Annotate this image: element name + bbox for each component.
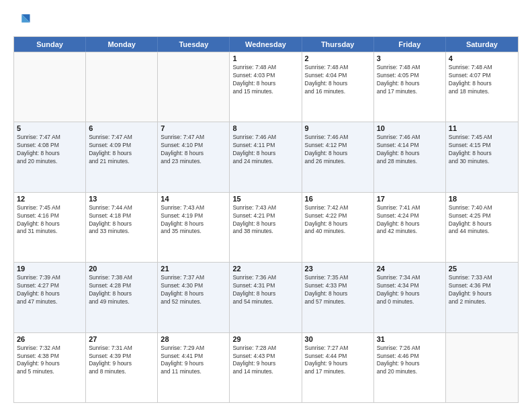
day-number: 8	[232, 124, 298, 132]
day-number: 7	[161, 124, 226, 132]
day-info: Sunrise: 7:48 AM Sunset: 4:03 PM Dayligh…	[232, 64, 298, 96]
calendar-cell: 29Sunrise: 7:28 AM Sunset: 4:43 PM Dayli…	[230, 333, 302, 402]
calendar-cell: 5Sunrise: 7:47 AM Sunset: 4:08 PM Daylig…	[14, 122, 86, 191]
calendar-header-day: Sunday	[14, 37, 86, 52]
calendar-cell: 17Sunrise: 7:41 AM Sunset: 4:24 PM Dayli…	[374, 193, 446, 262]
day-number: 18	[449, 195, 515, 203]
day-number: 2	[305, 54, 371, 62]
day-number: 22	[232, 265, 298, 273]
day-info: Sunrise: 7:36 AM Sunset: 4:31 PM Dayligh…	[232, 274, 298, 306]
calendar-row: 1Sunrise: 7:48 AM Sunset: 4:03 PM Daylig…	[14, 52, 518, 122]
calendar-cell: 4Sunrise: 7:48 AM Sunset: 4:07 PM Daylig…	[446, 52, 518, 122]
calendar-cell: 3Sunrise: 7:48 AM Sunset: 4:05 PM Daylig…	[374, 52, 446, 122]
day-info: Sunrise: 7:46 AM Sunset: 4:12 PM Dayligh…	[305, 134, 371, 166]
calendar-cell: 19Sunrise: 7:39 AM Sunset: 4:27 PM Dayli…	[14, 263, 86, 332]
day-number: 29	[232, 335, 298, 343]
day-number: 10	[377, 124, 443, 132]
day-number: 3	[377, 54, 443, 62]
day-info: Sunrise: 7:46 AM Sunset: 4:11 PM Dayligh…	[232, 134, 298, 166]
calendar-cell: 1Sunrise: 7:48 AM Sunset: 4:03 PM Daylig…	[230, 52, 302, 122]
calendar-row: 12Sunrise: 7:45 AM Sunset: 4:16 PM Dayli…	[14, 192, 518, 262]
calendar-cell: 16Sunrise: 7:42 AM Sunset: 4:22 PM Dayli…	[302, 193, 374, 262]
calendar-cell: 23Sunrise: 7:35 AM Sunset: 4:33 PM Dayli…	[302, 263, 374, 332]
calendar-header: SundayMondayTuesdayWednesdayThursdayFrid…	[14, 37, 518, 52]
calendar-cell: 6Sunrise: 7:47 AM Sunset: 4:09 PM Daylig…	[86, 122, 158, 191]
calendar-row: 26Sunrise: 7:32 AM Sunset: 4:38 PM Dayli…	[14, 332, 518, 402]
day-number: 6	[89, 124, 154, 132]
day-info: Sunrise: 7:26 AM Sunset: 4:46 PM Dayligh…	[377, 345, 443, 377]
day-info: Sunrise: 7:27 AM Sunset: 4:44 PM Dayligh…	[305, 345, 371, 377]
calendar-cell: 22Sunrise: 7:36 AM Sunset: 4:31 PM Dayli…	[230, 263, 302, 332]
calendar-header-day: Friday	[374, 37, 446, 52]
day-number: 27	[89, 335, 154, 343]
day-number: 23	[305, 265, 371, 273]
calendar-cell: 7Sunrise: 7:47 AM Sunset: 4:10 PM Daylig…	[158, 122, 230, 191]
day-info: Sunrise: 7:43 AM Sunset: 4:19 PM Dayligh…	[161, 204, 226, 236]
calendar-cell: 18Sunrise: 7:40 AM Sunset: 4:25 PM Dayli…	[446, 193, 518, 262]
calendar-cell	[14, 52, 86, 122]
day-info: Sunrise: 7:28 AM Sunset: 4:43 PM Dayligh…	[232, 345, 298, 377]
calendar-cell: 26Sunrise: 7:32 AM Sunset: 4:38 PM Dayli…	[14, 333, 86, 402]
calendar-cell: 24Sunrise: 7:34 AM Sunset: 4:34 PM Dayli…	[374, 263, 446, 332]
day-info: Sunrise: 7:47 AM Sunset: 4:10 PM Dayligh…	[161, 134, 226, 166]
calendar-cell: 10Sunrise: 7:46 AM Sunset: 4:14 PM Dayli…	[374, 122, 446, 191]
logo-icon	[13, 11, 32, 30]
day-number: 24	[377, 265, 443, 273]
calendar-cell: 9Sunrise: 7:46 AM Sunset: 4:12 PM Daylig…	[302, 122, 374, 191]
day-info: Sunrise: 7:40 AM Sunset: 4:25 PM Dayligh…	[449, 204, 515, 236]
calendar-header-day: Monday	[86, 37, 158, 52]
calendar-row: 19Sunrise: 7:39 AM Sunset: 4:27 PM Dayli…	[14, 262, 518, 332]
day-number: 20	[89, 265, 154, 273]
header	[13, 11, 519, 30]
day-info: Sunrise: 7:47 AM Sunset: 4:09 PM Dayligh…	[89, 134, 154, 166]
calendar: SundayMondayTuesdayWednesdayThursdayFrid…	[13, 36, 519, 403]
logo	[13, 11, 35, 30]
calendar-cell	[158, 52, 230, 122]
calendar-cell: 15Sunrise: 7:43 AM Sunset: 4:21 PM Dayli…	[230, 193, 302, 262]
day-info: Sunrise: 7:37 AM Sunset: 4:30 PM Dayligh…	[161, 274, 226, 306]
calendar-cell	[86, 52, 158, 122]
day-info: Sunrise: 7:45 AM Sunset: 4:15 PM Dayligh…	[449, 134, 515, 166]
day-info: Sunrise: 7:38 AM Sunset: 4:28 PM Dayligh…	[89, 274, 154, 306]
calendar-cell: 14Sunrise: 7:43 AM Sunset: 4:19 PM Dayli…	[158, 193, 230, 262]
calendar-cell: 27Sunrise: 7:31 AM Sunset: 4:39 PM Dayli…	[86, 333, 158, 402]
day-number: 30	[305, 335, 371, 343]
day-number: 1	[232, 54, 298, 62]
day-number: 14	[161, 195, 226, 203]
calendar-cell: 12Sunrise: 7:45 AM Sunset: 4:16 PM Dayli…	[14, 193, 86, 262]
calendar-header-day: Thursday	[302, 37, 374, 52]
day-info: Sunrise: 7:46 AM Sunset: 4:14 PM Dayligh…	[377, 134, 443, 166]
day-number: 31	[377, 335, 443, 343]
day-number: 11	[449, 124, 515, 132]
day-info: Sunrise: 7:45 AM Sunset: 4:16 PM Dayligh…	[17, 204, 83, 236]
day-info: Sunrise: 7:48 AM Sunset: 4:07 PM Dayligh…	[449, 64, 515, 96]
calendar-cell: 28Sunrise: 7:29 AM Sunset: 4:41 PM Dayli…	[158, 333, 230, 402]
calendar-header-day: Saturday	[446, 37, 518, 52]
day-number: 19	[17, 265, 83, 273]
day-number: 12	[17, 195, 83, 203]
day-number: 28	[161, 335, 226, 343]
calendar-header-day: Wednesday	[230, 37, 302, 52]
calendar-cell	[446, 333, 518, 402]
day-number: 21	[161, 265, 226, 273]
day-info: Sunrise: 7:48 AM Sunset: 4:05 PM Dayligh…	[377, 64, 443, 96]
day-info: Sunrise: 7:39 AM Sunset: 4:27 PM Dayligh…	[17, 274, 83, 306]
calendar-body: 1Sunrise: 7:48 AM Sunset: 4:03 PM Daylig…	[14, 52, 518, 402]
calendar-header-day: Tuesday	[158, 37, 230, 52]
calendar-cell: 2Sunrise: 7:48 AM Sunset: 4:04 PM Daylig…	[302, 52, 374, 122]
day-number: 15	[232, 195, 298, 203]
day-info: Sunrise: 7:32 AM Sunset: 4:38 PM Dayligh…	[17, 345, 83, 377]
day-info: Sunrise: 7:44 AM Sunset: 4:18 PM Dayligh…	[89, 204, 154, 236]
day-number: 4	[449, 54, 515, 62]
day-number: 9	[305, 124, 371, 132]
day-info: Sunrise: 7:43 AM Sunset: 4:21 PM Dayligh…	[232, 204, 298, 236]
calendar-cell: 25Sunrise: 7:33 AM Sunset: 4:36 PM Dayli…	[446, 263, 518, 332]
day-info: Sunrise: 7:34 AM Sunset: 4:34 PM Dayligh…	[377, 274, 443, 306]
day-number: 17	[377, 195, 443, 203]
calendar-cell: 21Sunrise: 7:37 AM Sunset: 4:30 PM Dayli…	[158, 263, 230, 332]
day-number: 13	[89, 195, 154, 203]
day-info: Sunrise: 7:33 AM Sunset: 4:36 PM Dayligh…	[449, 274, 515, 306]
calendar-row: 5Sunrise: 7:47 AM Sunset: 4:08 PM Daylig…	[14, 122, 518, 191]
page: SundayMondayTuesdayWednesdayThursdayFrid…	[0, 0, 532, 411]
day-number: 5	[17, 124, 83, 132]
